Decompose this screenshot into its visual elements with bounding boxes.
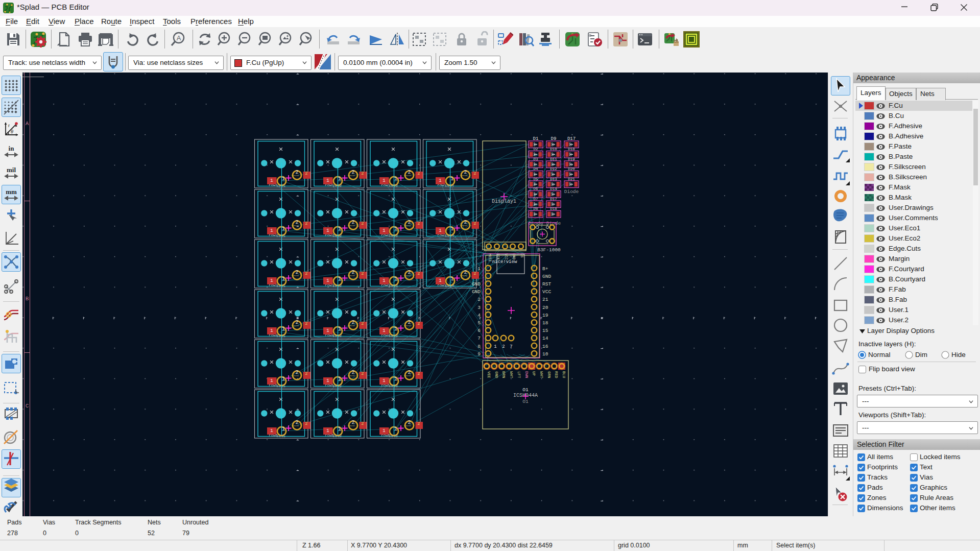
svg-text:16: 16	[542, 344, 548, 349]
svg-text:θ: θ	[11, 129, 13, 134]
svg-text:r: r	[8, 123, 10, 128]
svg-text:O1: O1	[522, 399, 529, 404]
svg-text:mil: mil	[7, 166, 16, 174]
svg-text:2: 2	[361, 171, 364, 176]
svg-text:swmxhot: swmxhot	[404, 275, 412, 277]
svg-text:1: 1	[338, 426, 341, 432]
svg-text:9: 9	[477, 351, 481, 357]
svg-text:O1: O1	[522, 387, 529, 393]
svg-text:mm: mm	[6, 188, 17, 196]
svg-text:2: 2	[417, 171, 420, 176]
svg-text:1: 1	[338, 226, 341, 232]
svg-text:1: 1	[394, 426, 397, 432]
svg-text:1: 1	[383, 378, 385, 384]
svg-text:7: 7	[510, 344, 512, 349]
svg-text:1: 1	[439, 278, 441, 283]
svg-text:GND: GND	[472, 289, 481, 295]
svg-text:swmxhot: swmxhot	[404, 425, 412, 427]
svg-text:col1: col1	[276, 234, 286, 238]
svg-text:2: 2	[417, 421, 420, 426]
svg-text:col3: col3	[389, 234, 398, 238]
svg-text:1: 1	[394, 376, 397, 382]
svg-text:20: 20	[542, 305, 548, 310]
svg-text:1: 1	[383, 278, 385, 283]
svg-text:1: 1	[282, 176, 285, 182]
svg-text:WHT: WHT	[509, 371, 513, 378]
svg-text:swmxhot: swmxhot	[460, 275, 468, 277]
svg-text:2: 2	[305, 221, 307, 226]
svg-text:1: 1	[450, 276, 453, 282]
svg-text:swmxhot: swmxhot	[292, 275, 299, 277]
svg-text:1: 1	[282, 326, 285, 332]
svg-text:1: 1	[270, 278, 273, 283]
svg-text:7: 7	[477, 336, 481, 341]
svg-text:col4: col4	[445, 284, 455, 288]
svg-text:BLU: BLU	[562, 371, 566, 378]
svg-text:GRN: GRN	[547, 371, 551, 378]
svg-text:4: 4	[477, 313, 481, 318]
svg-text:1: 1	[439, 228, 441, 233]
svg-text:1: 1	[338, 326, 341, 332]
svg-text:2: 2	[361, 221, 364, 226]
svg-text:WHT: WHT	[539, 371, 543, 378]
svg-text:swmxhot: swmxhot	[348, 325, 355, 327]
svg-text:2: 2	[361, 321, 364, 326]
svg-text:col3: col3	[389, 334, 398, 338]
svg-text:1: 1	[326, 278, 329, 283]
svg-text:2: 2	[502, 344, 505, 349]
svg-text:col3: col3	[389, 384, 398, 388]
svg-text:VEE: VEE	[487, 371, 491, 378]
svg-text:1: 1	[394, 226, 397, 232]
svg-text:swmxhot: swmxhot	[292, 225, 299, 227]
svg-text:swmxhot: swmxhot	[348, 375, 355, 377]
svg-text:col1: col1	[276, 284, 286, 288]
svg-text:LFT: LFT	[517, 371, 521, 378]
svg-text:1: 1	[338, 176, 341, 182]
svg-text:B3F-1000: B3F-1000	[537, 247, 561, 253]
svg-text:swmxhot: swmxhot	[348, 275, 355, 277]
svg-text:B: B	[26, 296, 29, 302]
svg-text:1: 1	[394, 276, 397, 282]
svg-text:1: 1	[270, 428, 273, 434]
svg-text:swmxhot: swmxhot	[348, 225, 355, 227]
svg-text:1: 1	[383, 428, 385, 434]
svg-text:Display1: Display1	[492, 199, 516, 204]
svg-text:1: 1	[282, 226, 285, 232]
svg-text:1: 1	[450, 176, 453, 182]
svg-text:1: 1	[326, 178, 329, 183]
svg-text:1: 1	[383, 328, 385, 333]
svg-text:1: 1	[270, 228, 273, 233]
svg-text:2: 2	[305, 371, 307, 376]
svg-text:2: 2	[417, 271, 420, 276]
svg-text:swmxhot: swmxhot	[404, 375, 412, 377]
svg-text:col3: col3	[389, 434, 398, 438]
svg-text:swmxhot: swmxhot	[292, 175, 299, 177]
svg-text:1: 1	[326, 428, 329, 434]
svg-text:3: 3	[477, 305, 481, 310]
svg-text:6: 6	[477, 328, 481, 333]
svg-text:1: 1	[270, 378, 273, 384]
svg-text:swmxhot: swmxhot	[404, 225, 412, 227]
svg-text:2: 2	[477, 297, 481, 302]
svg-text:5: 5	[477, 320, 481, 326]
svg-text:col4: col4	[445, 234, 455, 238]
svg-text:col2: col2	[332, 384, 342, 388]
svg-text:col3: col3	[389, 284, 398, 288]
svg-text:1: 1	[394, 176, 397, 182]
svg-text:2: 2	[361, 421, 364, 426]
svg-text:RED: RED	[554, 371, 558, 378]
svg-text:1: 1	[383, 228, 385, 233]
svg-text:1: 1	[439, 178, 441, 183]
svg-text:18: 18	[542, 320, 548, 326]
svg-text:col3: col3	[389, 184, 398, 188]
svg-text:GND: GND	[472, 281, 481, 287]
svg-text:col4: col4	[445, 184, 455, 188]
svg-text:1: 1	[477, 266, 481, 272]
svg-text:A: A	[177, 34, 181, 42]
svg-text:col1: col1	[276, 384, 286, 388]
svg-text:1: 1	[282, 276, 285, 282]
svg-text:swmxhot: swmxhot	[292, 375, 299, 377]
svg-text:1: 1	[282, 426, 285, 432]
svg-text:2: 2	[417, 371, 420, 376]
svg-text:C: C	[26, 403, 29, 409]
